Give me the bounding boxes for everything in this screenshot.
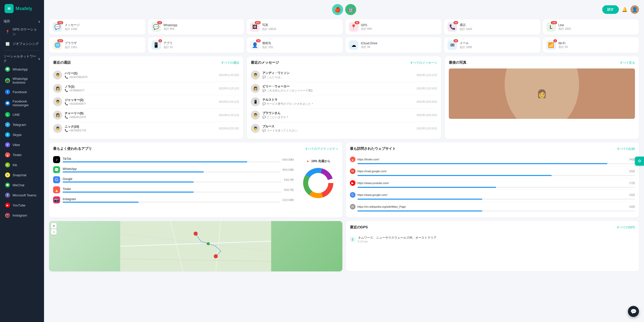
ios-button[interactable]: 🍎 — [332, 4, 343, 15]
call-item[interactable]: 👨 ニック(10) 📞 +6979001778 2022年12月13日 — [53, 122, 239, 135]
sidebar-item-viber[interactable]: V Viber — [2, 140, 43, 150]
call-item[interactable]: 👨 ジャッキー(2) 📞 +6163545877 2022年11月11日 — [53, 95, 239, 109]
sidebar-section-location[interactable]: 場所 ∨ — [0, 17, 44, 25]
last-photo-link[interactable]: すべて見る — [620, 61, 635, 65]
try-button[interactable]: 試す — [602, 5, 619, 14]
call-phone: 📞 +61637863375 — [65, 76, 216, 79]
call-phone: 📞 +6163545877 — [65, 102, 216, 105]
sidebar-section-social[interactable]: ソーシャルネットワーク ∨ — [0, 52, 44, 64]
app-time: 43分7秒 — [284, 188, 294, 192]
logo-text: Msafely — [16, 6, 32, 11]
stat-badge-browser: 101 — [57, 39, 63, 42]
msg-avatar: 👨 — [251, 124, 260, 133]
recent-calls-card: 最近の通話 すべての通話 👨 ハリー(1) 📞 +61637863375 202… — [49, 56, 243, 139]
call-item[interactable]: 👩 チャーリー(5) 📞 +6963412375 2022年11月11日 — [53, 109, 239, 122]
app-item[interactable]: 📷 Instagram 21分18秒 — [53, 195, 294, 205]
sidebar-item-line[interactable]: L LINE — [2, 110, 43, 119]
message-item[interactable]: 👨 ブラウンさん 💬 どこにいますか？ 2022年10月29日 — [251, 109, 437, 122]
website-item[interactable]: M https://mail.google.com/ 25回 — [350, 166, 635, 178]
map-card: + − — [49, 221, 342, 271]
sidebar-item-whatsapp-business[interactable]: 💼 WhatsApp business — [2, 75, 43, 87]
gps-item[interactable]: 1 タムワース、ニューサウスウェールズ州、オーストラリア 5:10 pm — [350, 233, 635, 245]
sidebar-item-gps[interactable]: 📍 GPS ロケーション — [2, 25, 43, 39]
app-item[interactable]: ♪ TikTok 59分30秒 — [53, 155, 294, 165]
msg-date: 2022年10月29日 — [417, 113, 437, 117]
message-item[interactable]: 👨 アンディ・ワトソン 💬 こんにちは。 2022年11月12日 — [251, 68, 437, 82]
stat-info-email: メール 合計 1005 — [460, 41, 537, 49]
sidebar-item-youtube[interactable]: ▶ YouTube — [2, 200, 43, 210]
msg-info: ビリー・ウォーカー 💬 これを読んだらメッセンジャーで電話してね。 — [262, 84, 414, 92]
sidebar-item-kik[interactable]: K Kik — [2, 160, 43, 170]
app-item[interactable]: G Google 43分7秒 — [53, 175, 294, 185]
website-favicon: M — [350, 168, 355, 174]
app-bar — [63, 161, 247, 162]
stat-count-whatsapp: 合計 964 — [164, 27, 241, 31]
stat-count-messages: 合計 2106 — [65, 27, 142, 31]
message-item[interactable]: 👨 ブルース 💬 コードを送ってください。 2022年12月20日 — [251, 122, 437, 135]
app-info: Tinder — [63, 187, 281, 193]
website-count: 34回 — [629, 158, 635, 161]
app-time: 46分18秒 — [282, 168, 294, 172]
recent-messages-header: 最近のメッセージ すべてのメッセージ — [251, 60, 437, 65]
settings-fab[interactable]: ⚙ — [635, 157, 644, 166]
stat-card-whatsapp[interactable]: 💬 15 WhatsApp 合計 964 — [148, 19, 244, 35]
stat-card-email[interactable]: ✉ 20 メール 合計 1005 — [444, 37, 540, 53]
message-item[interactable]: 📱 テルストラ 💬 サービス番号がブロックされました サービス番号が... 20… — [251, 95, 437, 109]
sidebar-item-tinder[interactable]: 🔥 Tinder — [2, 150, 43, 160]
stat-card-messages[interactable]: 💬 152 メッセージ 合計 2106 — [49, 19, 145, 35]
sidebar-item-geofencing[interactable]: ⬜ ジオフェンシング — [2, 39, 43, 49]
stat-card-line[interactable]: L 145 Line 合計 1003 — [543, 19, 639, 35]
stat-card-wifi[interactable]: 📶 2 Wi-Fi 合計 26 — [543, 37, 639, 53]
stat-card-contacts[interactable]: 👤 15 連絡先 合計 231 — [247, 37, 343, 53]
gps-latest-link[interactable]: すべてのGPS — [617, 225, 635, 230]
message-item[interactable]: 👩 ビリー・ウォーカー 💬 これを読んだらメッセンジャーで電話してね。 2022… — [251, 82, 437, 95]
app-item[interactable]: 💬 WhatsApp 46分18秒 — [53, 165, 294, 175]
app-usage-card: 最もよく使われるアプリ すべてのアクティビティ ♪ TikTok 59分30秒 … — [49, 142, 342, 218]
call-item[interactable]: 👩 ノラ(1) 📞 +678566377 2022年11月11日 — [53, 82, 239, 95]
stat-card-browser[interactable]: 🌐 101 ブラウザ 合計 1351 — [49, 37, 145, 53]
website-item[interactable]: ▶ https://www.youtube.com/ 17回 — [350, 178, 635, 190]
call-name: チャーリー(5) — [65, 111, 216, 116]
line-icon: L — [5, 112, 10, 117]
website-item[interactable]: W https://en.wikipedia.org/wiki/Main_Pag… — [350, 202, 635, 213]
sidebar-item-wechat[interactable]: 💬 WeChat — [2, 180, 43, 190]
websites-link[interactable]: すべての記録 — [617, 147, 635, 151]
chat-fab[interactable]: 💬 — [628, 306, 639, 317]
user-avatar[interactable]: 👤 — [630, 5, 639, 14]
app-item[interactable]: 🔥 Tinder 43分7秒 — [53, 185, 294, 195]
stat-card-apps[interactable]: 📱 6 アプリ 合計 32 — [148, 37, 244, 53]
website-url: https://tinder.com/ — [357, 158, 627, 161]
sidebar-item-facebook-messenger[interactable]: 💬 Facebook messenger — [2, 97, 43, 109]
android-button[interactable]: 🤖 — [345, 4, 356, 15]
stat-count-line: 合計 1003 — [558, 27, 636, 31]
sidebar-logo[interactable]: M Msafely — [0, 0, 44, 17]
sidebar-item-snapchat[interactable]: 👻 Snapchat — [2, 170, 43, 180]
change-arrow: 🔺 — [306, 159, 310, 163]
viber-icon: V — [5, 142, 10, 147]
sidebar-item-microsoft-teams[interactable]: T Microsoft Teams — [2, 190, 43, 200]
website-bar-wrap — [357, 175, 635, 176]
stat-card-icloud[interactable]: ☁ iCloud Drive 合計 34 — [345, 37, 442, 53]
stat-count-photos: 合計 10024 — [262, 27, 339, 31]
website-item[interactable]: G https://www.google.com/ 16回 — [350, 190, 635, 202]
call-avatar: 👩 — [53, 84, 62, 93]
stat-label-email: メール — [460, 41, 537, 45]
stat-card-photos[interactable]: 🖼 252 写真 合計 10024 — [247, 19, 343, 35]
recent-calls-link[interactable]: すべての通話 — [221, 61, 239, 65]
recent-messages-card: 最近のメッセージ すべてのメッセージ 👨 アンディ・ワトソン 💬 こんにちは。 … — [247, 56, 441, 139]
stat-card-gps[interactable]: 📍 25 GPS 合計 694 — [345, 19, 442, 35]
sidebar-item-instagram[interactable]: 📷 Instagram — [2, 210, 43, 220]
call-item[interactable]: 👨 ハリー(1) 📞 +61637863375 2022年11月19日 — [53, 68, 239, 82]
sidebar-item-telegram[interactable]: ✈ Telegram — [2, 120, 43, 129]
recent-messages-link[interactable]: すべてのメッセージ — [410, 61, 437, 65]
website-bar — [357, 175, 552, 176]
sidebar-item-facebook[interactable]: f Facebook — [2, 87, 43, 97]
sidebar-item-skype[interactable]: S Skype — [2, 130, 43, 139]
notification-icon[interactable]: 🔔 — [622, 7, 627, 12]
website-item[interactable]: 🔥 https://tinder.com/ 34回 — [350, 155, 635, 166]
msg-avatar: 📱 — [251, 97, 260, 106]
app-usage-link[interactable]: すべてのアクティビティ — [305, 147, 338, 151]
sidebar-item-whatsapp[interactable]: 💬 WhatsApp — [2, 64, 43, 74]
stat-card-calls[interactable]: 📞 54 通話 合計 1620 — [444, 19, 540, 35]
call-name: ニック(10) — [65, 125, 216, 129]
